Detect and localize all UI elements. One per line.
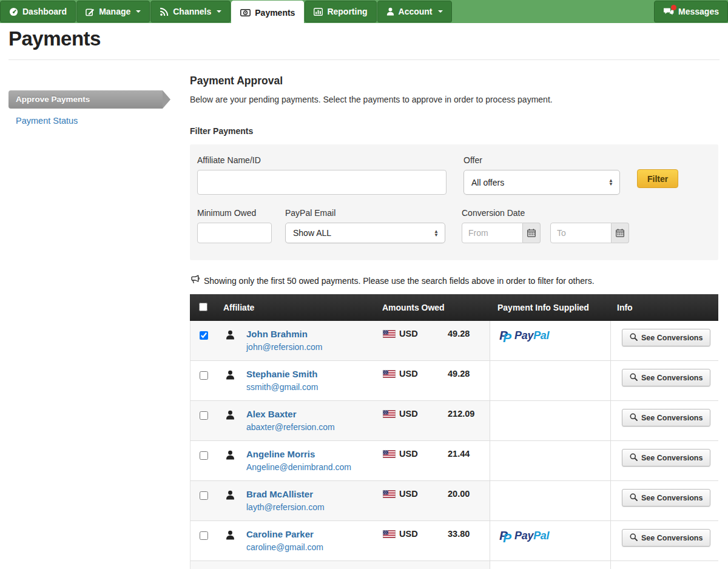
currency-label: USD: [399, 369, 418, 379]
user-icon: [226, 491, 235, 502]
nav-tab-label: Payments: [255, 8, 295, 18]
calendar-icon[interactable]: [612, 223, 629, 243]
column-header-affiliate: Affiliate: [217, 303, 382, 312]
paypal-email-select[interactable]: Show ALL ▲▼: [285, 223, 445, 243]
row-checkbox[interactable]: [200, 331, 208, 340]
select-spinner-icon: ▲▼: [434, 230, 439, 237]
amount-owed: 212.09: [448, 401, 490, 440]
see-conversions-button[interactable]: See Conversions: [622, 369, 710, 386]
see-conversions-button[interactable]: See Conversions: [622, 409, 710, 426]
table-body: John Brahmin john@refersion.com USD 49.2…: [190, 321, 718, 569]
see-conversions-button[interactable]: See Conversions: [622, 449, 710, 466]
comments-icon: [663, 7, 674, 16]
offer-label: Offer: [463, 155, 620, 165]
row-checkbox[interactable]: [200, 491, 208, 500]
amount-owed: 33.80: [448, 521, 490, 561]
sidebar-item-approve-payments[interactable]: Approve Payments: [8, 90, 163, 109]
gauge-icon: [9, 7, 18, 16]
table-header: Affiliate Amounts Owed Payment Info Supp…: [190, 294, 718, 321]
table-row: Angeline Morris Angeline@denimbrand.com …: [190, 441, 718, 481]
nav-tab-manage[interactable]: Manage: [76, 1, 150, 22]
row-checkbox[interactable]: [200, 531, 208, 540]
nav-tab-payments[interactable]: Payments: [231, 1, 304, 25]
see-conversions-label: See Conversions: [641, 494, 703, 502]
user-icon: [226, 411, 235, 422]
top-navbar: Dashboard Manage Channels Payments Repor…: [0, 0, 728, 23]
nav-tab-reporting[interactable]: Reporting: [305, 1, 376, 22]
affiliate-email-link[interactable]: john@refersion.com: [246, 342, 383, 352]
table-row: Brad McAllister layth@refersion.com USD …: [190, 481, 718, 521]
affiliate-email-link[interactable]: abaxter@refersion.com: [246, 422, 383, 432]
amount-owed: 49.28: [448, 361, 490, 400]
megaphone-icon: [190, 275, 200, 286]
filter-button[interactable]: Filter: [637, 169, 678, 188]
sidebar-item-payment-status[interactable]: Payment Status: [16, 116, 78, 126]
nav-tab-channels[interactable]: Channels: [150, 1, 231, 22]
affiliate-name-link[interactable]: Stephanie Smith: [246, 369, 383, 379]
calendar-icon[interactable]: [523, 223, 541, 243]
column-header-payment-info: Payment Info Supplied: [489, 303, 610, 312]
nav-tab-messages[interactable]: Messages: [654, 1, 728, 22]
date-to-input[interactable]: [550, 223, 612, 243]
user-icon: [226, 371, 235, 382]
nav-tab-account[interactable]: Account: [377, 1, 452, 22]
affiliate-name-link[interactable]: Caroline Parker: [246, 529, 383, 539]
see-conversions-button[interactable]: See Conversions: [622, 489, 710, 507]
table-row: Caroline Parker caroline@gmail.com USD 3…: [190, 521, 718, 561]
page-title: Payments: [0, 23, 728, 50]
search-icon: [630, 453, 638, 463]
offer-select[interactable]: All offers ▲▼: [463, 170, 620, 195]
search-icon: [630, 373, 638, 383]
nav-tab-label: Account: [399, 7, 433, 16]
rss-icon: [160, 7, 169, 16]
see-conversions-button[interactable]: See Conversions: [622, 529, 710, 547]
affiliate-name-link[interactable]: John Brahmin: [246, 329, 383, 339]
table-row: John Brahmin john@refersion.com USD 49.2…: [190, 321, 718, 361]
currency-label: USD: [399, 529, 418, 539]
section-heading: Payment Approval: [190, 75, 718, 87]
affiliate-email-link[interactable]: caroline@gmail.com: [246, 542, 383, 552]
paypal-email-label: PayPal Email: [285, 208, 445, 218]
search-icon: [630, 333, 638, 343]
us-flag-icon: [383, 329, 396, 340]
user-icon: [386, 7, 394, 16]
paypal-wordmark-pay: Pay: [514, 329, 533, 342]
amount-owed: 21.44: [448, 441, 490, 480]
paypal-wordmark-pay: Pay: [514, 530, 533, 542]
row-checkbox[interactable]: [200, 451, 208, 460]
nav-tab-label: Messages: [678, 7, 719, 16]
see-conversions-label: See Conversions: [641, 414, 703, 422]
notice-bar: Showing only the first 50 owed payments.…: [190, 275, 718, 286]
minimum-owed-label: Minimum Owed: [197, 208, 272, 218]
see-conversions-button[interactable]: See Conversions: [622, 329, 710, 346]
paypal-wordmark-pal: Pal: [533, 530, 549, 542]
nav-tab-dashboard[interactable]: Dashboard: [0, 1, 76, 22]
amount-owed: 49.28: [448, 321, 490, 360]
search-icon: [630, 533, 638, 543]
filter-title: Filter Payments: [190, 126, 718, 136]
affiliate-name-link[interactable]: Alex Baxter: [246, 409, 383, 419]
row-checkbox[interactable]: [200, 411, 208, 420]
date-from-input[interactable]: [462, 223, 523, 243]
amount-owed: 20.00: [448, 481, 490, 520]
notice-text: Showing only the first 50 owed payments.…: [204, 276, 595, 286]
affiliate-name-label: Affiliate Name/ID: [197, 155, 447, 165]
user-icon: [226, 451, 235, 462]
affiliate-email-link[interactable]: layth@refersion.com: [246, 502, 383, 512]
affiliate-name-link[interactable]: Brad McAllister: [246, 489, 383, 499]
paypal-wordmark-pal: Pal: [533, 329, 549, 342]
payments-table: Affiliate Amounts Owed Payment Info Supp…: [190, 294, 718, 569]
nav-tab-label: Dashboard: [22, 7, 67, 16]
bar-chart-icon: [314, 7, 323, 16]
select-all-checkbox[interactable]: [199, 303, 207, 311]
conversion-date-label: Conversion Date: [462, 208, 629, 218]
currency-label: USD: [399, 329, 418, 338]
affiliate-email-link[interactable]: ssmith@gmail.com: [246, 382, 383, 392]
affiliate-name-link[interactable]: Angeline Morris: [246, 449, 383, 459]
row-checkbox[interactable]: [200, 371, 208, 380]
chevron-down-icon: [217, 10, 221, 13]
section-description: Below are your pending payments. Select …: [190, 95, 718, 104]
affiliate-email-link[interactable]: Angeline@denimbrand.com: [246, 462, 383, 472]
affiliate-name-input[interactable]: [197, 170, 447, 195]
minimum-owed-input[interactable]: [197, 223, 272, 243]
